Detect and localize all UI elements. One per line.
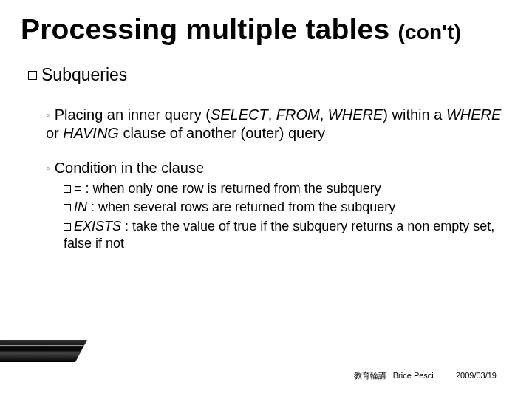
- square-bullet-icon: [64, 204, 71, 211]
- title-suffix: (con't): [398, 21, 461, 44]
- slide: Processing multiple tables (con't) Subqu…: [0, 0, 532, 399]
- kw-where-1: WHERE: [328, 106, 383, 123]
- kw-where-2: WHERE: [446, 106, 501, 123]
- slide-title: Processing multiple tables (con't): [21, 13, 511, 46]
- bullet-definition: ◦Placing an inner query (SELECT, FROM, W…: [46, 106, 511, 143]
- kw-select: SELECT: [211, 106, 268, 123]
- decorative-streak: [0, 340, 87, 362]
- footer-label: 教育輪講: [354, 371, 386, 380]
- bullet-condition-heading: ◦Condition in the clause: [46, 159, 511, 177]
- square-bullet-icon: [64, 185, 71, 193]
- sep2: ,: [320, 106, 328, 123]
- exists-text: : take the value of true if the subquery…: [64, 219, 494, 250]
- footer-author: Brice Pesci: [393, 371, 434, 380]
- bullet-eq: = : when only one row is returned from t…: [64, 180, 511, 197]
- def-part-a: Placing an inner query (: [55, 106, 211, 123]
- footer-date: 2009/03/19: [456, 371, 497, 380]
- kw-in: IN: [74, 200, 87, 214]
- condition-heading: Condition in the clause: [55, 160, 204, 176]
- square-bullet-icon: [28, 71, 37, 80]
- circle-bullet-icon: ◦: [46, 109, 50, 121]
- sep1: ,: [268, 106, 276, 123]
- subqueries-label: Subqueries: [41, 65, 127, 84]
- square-bullet-icon: [64, 223, 71, 231]
- eq-text: : when only one row is returned from the…: [82, 181, 381, 196]
- kw-having: HAVING: [63, 125, 119, 141]
- kw-from: FROM: [276, 106, 320, 123]
- in-text: : when several rows are returned from th…: [87, 200, 395, 214]
- bullet-exists: EXISTS : take the value of true if the s…: [64, 218, 511, 253]
- circle-bullet-icon: ◦: [46, 162, 50, 174]
- eq-symbol: =: [74, 181, 82, 196]
- bullet-in: IN : when several rows are returned from…: [64, 199, 511, 216]
- def-part-b: ) within a: [383, 106, 446, 123]
- title-main: Processing multiple tables: [21, 13, 389, 45]
- kw-exists: EXISTS: [74, 219, 121, 233]
- footer: 教育輪講 Brice Pesci 2009/03/19: [354, 370, 497, 381]
- def-part-d: clause of another (outer) query: [119, 125, 325, 141]
- bullet-subqueries: Subqueries: [28, 65, 511, 85]
- def-part-c: or: [46, 125, 63, 141]
